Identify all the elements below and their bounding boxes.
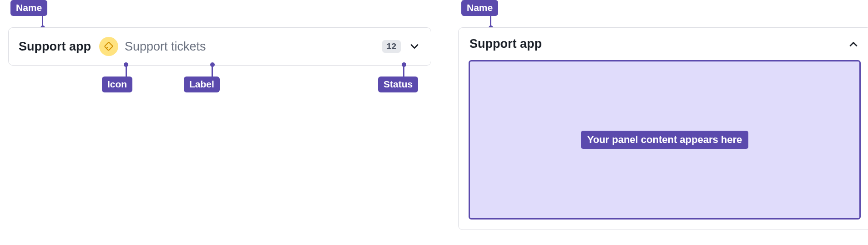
expanded-panel: Support app Your panel content appears h… <box>458 27 868 230</box>
annotation-badge-status: Status <box>378 77 418 92</box>
chevron-up-icon[interactable] <box>847 38 860 51</box>
panel-name: Support app <box>19 40 91 54</box>
collapsed-panel[interactable]: Support app Support tickets 12 <box>8 27 431 66</box>
connector <box>403 64 404 77</box>
svg-point-0 <box>106 47 108 48</box>
annotation-badge-label: Label <box>184 77 220 92</box>
panel-content-area: Your panel content appears here <box>469 60 861 219</box>
annotation-badge-name: Name <box>10 0 47 16</box>
expanded-panel-body: Your panel content appears here <box>459 60 868 230</box>
panel-content-placeholder: Your panel content appears here <box>581 131 749 149</box>
connector <box>126 64 127 77</box>
connector <box>490 16 491 28</box>
annotation-badge-icon: Icon <box>102 77 132 92</box>
panel-name: Support app <box>469 37 847 51</box>
annotation-badge-name: Name <box>461 0 498 16</box>
annotation-name-left: Name <box>10 0 47 28</box>
connector <box>212 64 213 77</box>
panel-label: Support tickets <box>125 40 382 54</box>
status-badge: 12 <box>382 40 401 53</box>
tag-icon <box>99 37 118 56</box>
expanded-panel-header[interactable]: Support app <box>459 28 868 60</box>
connector <box>42 16 43 28</box>
chevron-down-icon[interactable] <box>408 40 421 53</box>
annotation-name-right: Name <box>461 0 498 28</box>
